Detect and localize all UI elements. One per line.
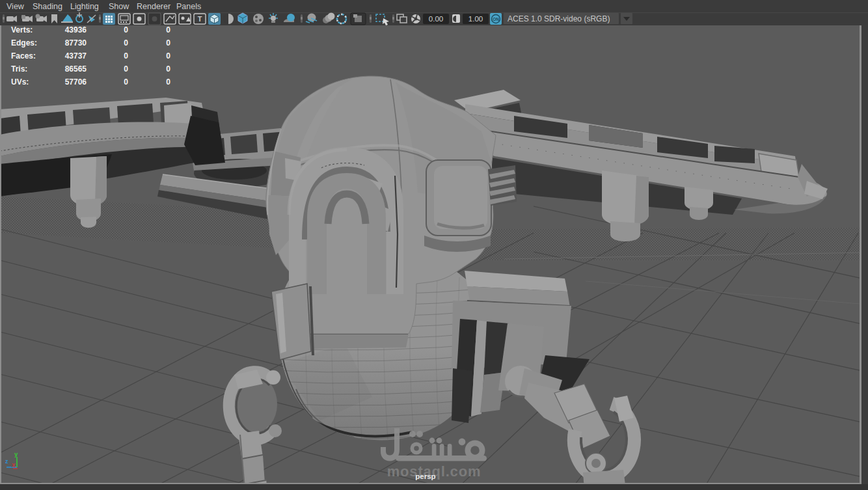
svg-text:Tris:: Tris: bbox=[11, 64, 27, 74]
svg-text:x: x bbox=[12, 461, 16, 469]
svg-text:57706: 57706 bbox=[65, 77, 87, 87]
svg-text:UVs:: UVs: bbox=[11, 77, 29, 87]
svg-text:persp: persp bbox=[415, 472, 435, 480]
svg-text:0: 0 bbox=[124, 51, 128, 61]
svg-text:0.00: 0.00 bbox=[429, 15, 443, 23]
svg-text:Edges:: Edges: bbox=[11, 38, 37, 48]
svg-text:0: 0 bbox=[166, 51, 170, 61]
svg-text:86565: 86565 bbox=[65, 64, 87, 74]
svg-text:0: 0 bbox=[166, 38, 170, 48]
svg-text:43936: 43936 bbox=[65, 25, 87, 34]
svg-text:ACES 1.0 SDR-video (sRGB): ACES 1.0 SDR-video (sRGB) bbox=[508, 14, 610, 23]
svg-text:87730: 87730 bbox=[65, 38, 87, 48]
svg-text:1.00: 1.00 bbox=[468, 15, 483, 23]
svg-text:0: 0 bbox=[124, 77, 128, 87]
svg-text:43737: 43737 bbox=[65, 51, 87, 61]
svg-text:0: 0 bbox=[166, 25, 170, 34]
svg-text:ON: ON bbox=[493, 17, 499, 21]
svg-text:y: y bbox=[14, 450, 18, 457]
svg-text:Faces:: Faces: bbox=[11, 51, 36, 61]
svg-text:T: T bbox=[198, 15, 202, 23]
svg-text:0: 0 bbox=[166, 77, 170, 87]
svg-text:0: 0 bbox=[124, 25, 128, 34]
svg-text:0: 0 bbox=[124, 64, 128, 74]
svg-text:Verts:: Verts: bbox=[11, 25, 33, 34]
svg-text:0: 0 bbox=[166, 64, 170, 74]
svg-text:z: z bbox=[5, 458, 8, 465]
svg-text:0: 0 bbox=[124, 38, 128, 48]
